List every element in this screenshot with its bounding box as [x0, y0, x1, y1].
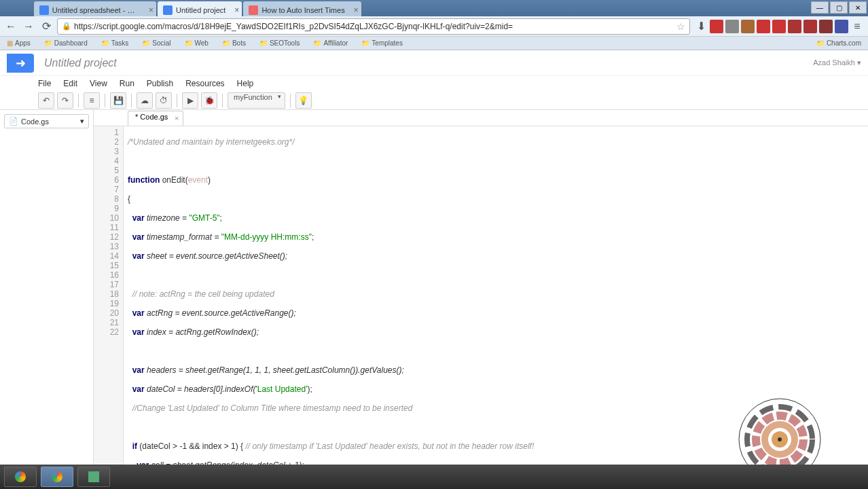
extension-icon[interactable]: [741, 20, 755, 33]
indent-button[interactable]: ≡: [84, 92, 100, 109]
tab-title: Untitled spreadsheet - Goo: [52, 6, 140, 14]
undo-button[interactable]: ↶: [38, 92, 54, 109]
help-button[interactable]: 💡: [295, 92, 312, 109]
editor-tab-code[interactable]: * Code.gs ×: [128, 111, 183, 126]
tab-favicon: [249, 5, 258, 15]
tab-title: Untitled project: [176, 6, 225, 14]
extension-icon[interactable]: [803, 20, 817, 33]
forward-button[interactable]: →: [22, 20, 35, 33]
bookmark-star-icon[interactable]: ☆: [676, 21, 685, 32]
function-select[interactable]: myFunction: [228, 92, 285, 109]
bookmark-folder[interactable]: 📁Tasks: [101, 39, 129, 47]
file-icon: 📄: [9, 117, 18, 126]
bookmark-folder[interactable]: 📁Affiliator: [313, 39, 348, 47]
menu-view[interactable]: View: [90, 79, 107, 88]
browser-tab-2[interactable]: Untitled project ×: [158, 1, 242, 16]
extension-icon[interactable]: [772, 20, 786, 33]
extension-icon[interactable]: [725, 20, 739, 33]
browser-tab-1[interactable]: Untitled spreadsheet - Goo ×: [34, 1, 156, 16]
tab-title: How to Auto Insert Times: [261, 6, 344, 14]
file-selector[interactable]: 📄Code.gs ▾: [4, 114, 89, 128]
project-title[interactable]: Untitled project: [44, 57, 813, 69]
bookmark-folder[interactable]: 📁Templates: [361, 39, 403, 47]
close-button[interactable]: ✕: [849, 1, 867, 14]
maximize-button[interactable]: ▢: [830, 1, 848, 14]
menu-run[interactable]: Run: [120, 79, 134, 88]
bookmark-apps[interactable]: ▦Apps: [7, 39, 31, 47]
download-icon[interactable]: ⬇: [694, 20, 708, 33]
close-icon[interactable]: ×: [234, 5, 239, 15]
user-menu[interactable]: Azad Shaikh ▾: [813, 58, 861, 67]
debug-button[interactable]: 🐞: [201, 92, 217, 109]
taskbar-chrome-2[interactable]: [41, 467, 73, 487]
menu-edit[interactable]: Edit: [63, 79, 77, 88]
menu-help[interactable]: Help: [237, 79, 254, 88]
chevron-down-icon: ▾: [80, 117, 84, 126]
close-icon[interactable]: ×: [149, 5, 153, 15]
run-button[interactable]: ▶: [182, 92, 198, 109]
taskbar-app[interactable]: [77, 467, 110, 487]
address-bar[interactable]: 🔒 ☆: [57, 18, 690, 35]
bookmark-folder[interactable]: 📁SEOTools: [259, 39, 300, 47]
close-icon[interactable]: ×: [354, 5, 359, 15]
menu-icon[interactable]: ≡: [850, 20, 864, 33]
menu-publish[interactable]: Publish: [147, 79, 173, 88]
extension-icon[interactable]: [788, 20, 801, 33]
minimize-button[interactable]: —: [811, 1, 829, 14]
browser-tab-3[interactable]: How to Auto Insert Times ×: [243, 1, 361, 16]
lock-icon: 🔒: [62, 22, 71, 31]
url-input[interactable]: [74, 22, 674, 31]
deploy-button[interactable]: ☁: [137, 92, 153, 109]
extension-icon[interactable]: [710, 20, 723, 33]
close-icon[interactable]: ×: [175, 114, 179, 122]
extension-icon[interactable]: [819, 20, 833, 33]
line-gutter: 12345678910111213141516171819202122: [94, 126, 124, 489]
reload-button[interactable]: ⟳: [39, 20, 53, 33]
redo-button[interactable]: ↷: [57, 92, 73, 109]
tab-favicon: [163, 5, 173, 15]
extension-icon[interactable]: [835, 20, 848, 33]
triggers-button[interactable]: ⏱: [156, 92, 172, 109]
apps-script-logo: ➜: [7, 54, 34, 73]
tab-favicon: [39, 5, 49, 15]
file-sidebar: 📄Code.gs ▾: [0, 110, 94, 489]
menu-file[interactable]: File: [38, 79, 51, 88]
menu-resources[interactable]: Resources: [185, 79, 224, 88]
bookmark-folder[interactable]: 📁Charts.com: [816, 39, 861, 47]
bookmark-folder[interactable]: 📁Bots: [222, 39, 246, 47]
taskbar-chrome-1[interactable]: [4, 467, 37, 487]
svg-point-5: [778, 437, 782, 441]
save-button[interactable]: 💾: [110, 92, 126, 109]
bookmark-folder[interactable]: 📁Social: [142, 39, 170, 47]
extension-icon[interactable]: [757, 20, 770, 33]
bookmark-folder[interactable]: 📁Dashboard: [44, 39, 88, 47]
bookmark-folder[interactable]: 📁Web: [185, 39, 209, 47]
back-button[interactable]: ←: [4, 20, 18, 33]
